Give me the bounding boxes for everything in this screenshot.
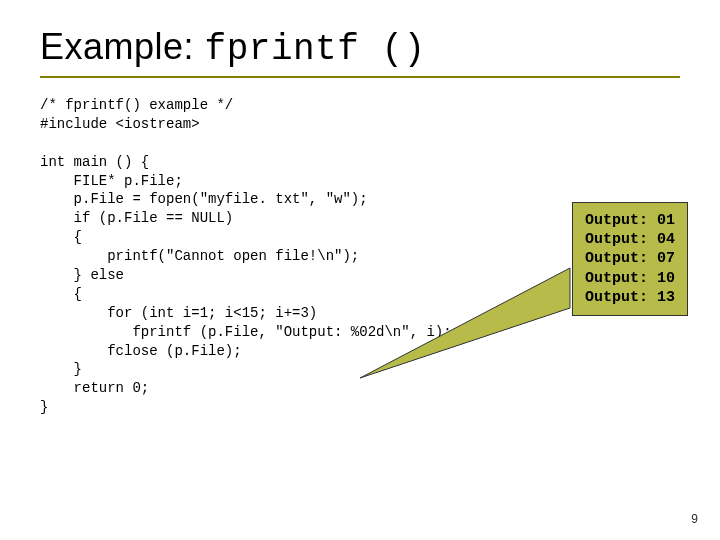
slide-title: Example: fprintf () [40, 26, 680, 78]
output-line: Output: 13 [585, 288, 675, 307]
slide: Example: fprintf () /* fprintf() example… [0, 0, 720, 540]
output-line: Output: 10 [585, 269, 675, 288]
title-text-mono: fprintf () [205, 29, 426, 70]
output-line: Output: 07 [585, 249, 675, 268]
title-text-plain: Example: [40, 26, 205, 67]
output-line: Output: 04 [585, 230, 675, 249]
page-number: 9 [691, 512, 698, 526]
output-box: Output: 01 Output: 04 Output: 07 Output:… [572, 202, 688, 316]
output-line: Output: 01 [585, 211, 675, 230]
